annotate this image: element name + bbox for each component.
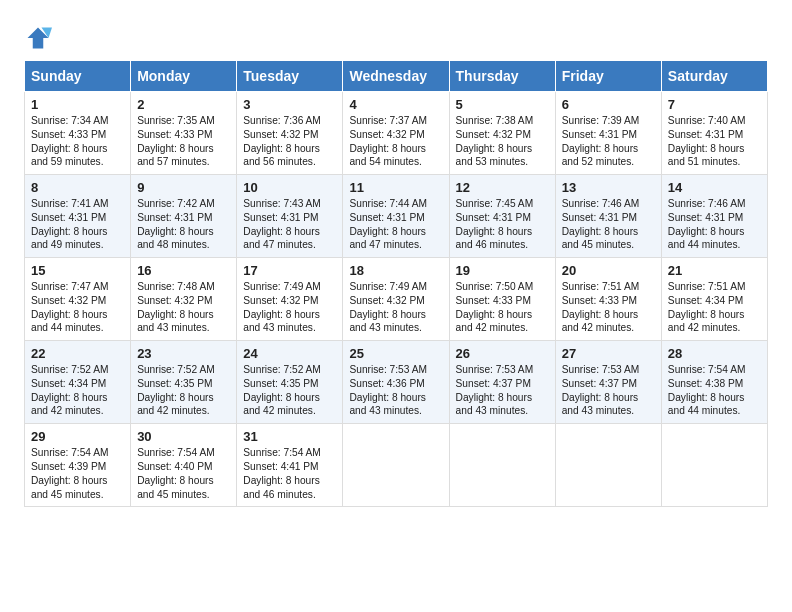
cell-text: Sunrise: 7:51 AMSunset: 4:33 PMDaylight:…	[562, 280, 655, 335]
cell-text: Sunrise: 7:49 AMSunset: 4:32 PMDaylight:…	[243, 280, 336, 335]
logo	[24, 24, 56, 52]
day-number: 20	[562, 263, 655, 278]
cell-text: Sunrise: 7:35 AMSunset: 4:33 PMDaylight:…	[137, 114, 230, 169]
calendar-cell: 29Sunrise: 7:54 AMSunset: 4:39 PMDayligh…	[25, 424, 131, 507]
cell-text: Sunrise: 7:37 AMSunset: 4:32 PMDaylight:…	[349, 114, 442, 169]
weekday-header: Sunday	[25, 61, 131, 92]
day-number: 3	[243, 97, 336, 112]
calendar-cell: 21Sunrise: 7:51 AMSunset: 4:34 PMDayligh…	[661, 258, 767, 341]
calendar-week-row: 8Sunrise: 7:41 AMSunset: 4:31 PMDaylight…	[25, 175, 768, 258]
cell-text: Sunrise: 7:42 AMSunset: 4:31 PMDaylight:…	[137, 197, 230, 252]
day-number: 26	[456, 346, 549, 361]
cell-text: Sunrise: 7:54 AMSunset: 4:38 PMDaylight:…	[668, 363, 761, 418]
day-number: 10	[243, 180, 336, 195]
calendar-cell: 15Sunrise: 7:47 AMSunset: 4:32 PMDayligh…	[25, 258, 131, 341]
cell-text: Sunrise: 7:54 AMSunset: 4:40 PMDaylight:…	[137, 446, 230, 501]
weekday-header: Saturday	[661, 61, 767, 92]
cell-text: Sunrise: 7:49 AMSunset: 4:32 PMDaylight:…	[349, 280, 442, 335]
cell-text: Sunrise: 7:52 AMSunset: 4:35 PMDaylight:…	[243, 363, 336, 418]
cell-text: Sunrise: 7:53 AMSunset: 4:37 PMDaylight:…	[562, 363, 655, 418]
cell-text: Sunrise: 7:48 AMSunset: 4:32 PMDaylight:…	[137, 280, 230, 335]
day-number: 4	[349, 97, 442, 112]
day-number: 9	[137, 180, 230, 195]
calendar-cell: 12Sunrise: 7:45 AMSunset: 4:31 PMDayligh…	[449, 175, 555, 258]
calendar-cell: 18Sunrise: 7:49 AMSunset: 4:32 PMDayligh…	[343, 258, 449, 341]
day-number: 18	[349, 263, 442, 278]
calendar-cell: 8Sunrise: 7:41 AMSunset: 4:31 PMDaylight…	[25, 175, 131, 258]
calendar-header: SundayMondayTuesdayWednesdayThursdayFrid…	[25, 61, 768, 92]
day-number: 11	[349, 180, 442, 195]
calendar-week-row: 15Sunrise: 7:47 AMSunset: 4:32 PMDayligh…	[25, 258, 768, 341]
cell-text: Sunrise: 7:44 AMSunset: 4:31 PMDaylight:…	[349, 197, 442, 252]
calendar-cell: 16Sunrise: 7:48 AMSunset: 4:32 PMDayligh…	[131, 258, 237, 341]
cell-text: Sunrise: 7:39 AMSunset: 4:31 PMDaylight:…	[562, 114, 655, 169]
day-number: 28	[668, 346, 761, 361]
day-number: 13	[562, 180, 655, 195]
logo-icon	[24, 24, 52, 52]
cell-text: Sunrise: 7:38 AMSunset: 4:32 PMDaylight:…	[456, 114, 549, 169]
cell-text: Sunrise: 7:50 AMSunset: 4:33 PMDaylight:…	[456, 280, 549, 335]
day-number: 31	[243, 429, 336, 444]
calendar-cell: 11Sunrise: 7:44 AMSunset: 4:31 PMDayligh…	[343, 175, 449, 258]
day-number: 7	[668, 97, 761, 112]
calendar-cell: 26Sunrise: 7:53 AMSunset: 4:37 PMDayligh…	[449, 341, 555, 424]
cell-text: Sunrise: 7:41 AMSunset: 4:31 PMDaylight:…	[31, 197, 124, 252]
calendar-cell: 2Sunrise: 7:35 AMSunset: 4:33 PMDaylight…	[131, 92, 237, 175]
day-number: 16	[137, 263, 230, 278]
calendar: SundayMondayTuesdayWednesdayThursdayFrid…	[24, 60, 768, 507]
day-number: 25	[349, 346, 442, 361]
weekday-header: Tuesday	[237, 61, 343, 92]
cell-text: Sunrise: 7:47 AMSunset: 4:32 PMDaylight:…	[31, 280, 124, 335]
day-number: 22	[31, 346, 124, 361]
calendar-cell	[661, 424, 767, 507]
cell-text: Sunrise: 7:53 AMSunset: 4:37 PMDaylight:…	[456, 363, 549, 418]
calendar-week-row: 29Sunrise: 7:54 AMSunset: 4:39 PMDayligh…	[25, 424, 768, 507]
day-number: 8	[31, 180, 124, 195]
cell-text: Sunrise: 7:40 AMSunset: 4:31 PMDaylight:…	[668, 114, 761, 169]
calendar-cell: 6Sunrise: 7:39 AMSunset: 4:31 PMDaylight…	[555, 92, 661, 175]
cell-text: Sunrise: 7:54 AMSunset: 4:39 PMDaylight:…	[31, 446, 124, 501]
calendar-cell: 31Sunrise: 7:54 AMSunset: 4:41 PMDayligh…	[237, 424, 343, 507]
day-number: 30	[137, 429, 230, 444]
cell-text: Sunrise: 7:54 AMSunset: 4:41 PMDaylight:…	[243, 446, 336, 501]
calendar-week-row: 22Sunrise: 7:52 AMSunset: 4:34 PMDayligh…	[25, 341, 768, 424]
day-number: 21	[668, 263, 761, 278]
calendar-cell: 24Sunrise: 7:52 AMSunset: 4:35 PMDayligh…	[237, 341, 343, 424]
day-number: 6	[562, 97, 655, 112]
weekday-row: SundayMondayTuesdayWednesdayThursdayFrid…	[25, 61, 768, 92]
day-number: 29	[31, 429, 124, 444]
cell-text: Sunrise: 7:43 AMSunset: 4:31 PMDaylight:…	[243, 197, 336, 252]
calendar-cell: 30Sunrise: 7:54 AMSunset: 4:40 PMDayligh…	[131, 424, 237, 507]
weekday-header: Monday	[131, 61, 237, 92]
calendar-cell: 3Sunrise: 7:36 AMSunset: 4:32 PMDaylight…	[237, 92, 343, 175]
calendar-week-row: 1Sunrise: 7:34 AMSunset: 4:33 PMDaylight…	[25, 92, 768, 175]
day-number: 24	[243, 346, 336, 361]
cell-text: Sunrise: 7:36 AMSunset: 4:32 PMDaylight:…	[243, 114, 336, 169]
calendar-cell: 1Sunrise: 7:34 AMSunset: 4:33 PMDaylight…	[25, 92, 131, 175]
cell-text: Sunrise: 7:52 AMSunset: 4:35 PMDaylight:…	[137, 363, 230, 418]
calendar-cell	[449, 424, 555, 507]
calendar-cell: 17Sunrise: 7:49 AMSunset: 4:32 PMDayligh…	[237, 258, 343, 341]
cell-text: Sunrise: 7:52 AMSunset: 4:34 PMDaylight:…	[31, 363, 124, 418]
day-number: 23	[137, 346, 230, 361]
day-number: 5	[456, 97, 549, 112]
calendar-cell: 19Sunrise: 7:50 AMSunset: 4:33 PMDayligh…	[449, 258, 555, 341]
calendar-cell	[555, 424, 661, 507]
cell-text: Sunrise: 7:53 AMSunset: 4:36 PMDaylight:…	[349, 363, 442, 418]
calendar-cell: 28Sunrise: 7:54 AMSunset: 4:38 PMDayligh…	[661, 341, 767, 424]
weekday-header: Wednesday	[343, 61, 449, 92]
day-number: 1	[31, 97, 124, 112]
calendar-cell: 9Sunrise: 7:42 AMSunset: 4:31 PMDaylight…	[131, 175, 237, 258]
calendar-body: 1Sunrise: 7:34 AMSunset: 4:33 PMDaylight…	[25, 92, 768, 507]
calendar-cell: 10Sunrise: 7:43 AMSunset: 4:31 PMDayligh…	[237, 175, 343, 258]
calendar-cell	[343, 424, 449, 507]
cell-text: Sunrise: 7:51 AMSunset: 4:34 PMDaylight:…	[668, 280, 761, 335]
calendar-cell: 7Sunrise: 7:40 AMSunset: 4:31 PMDaylight…	[661, 92, 767, 175]
calendar-cell: 13Sunrise: 7:46 AMSunset: 4:31 PMDayligh…	[555, 175, 661, 258]
calendar-cell: 20Sunrise: 7:51 AMSunset: 4:33 PMDayligh…	[555, 258, 661, 341]
cell-text: Sunrise: 7:34 AMSunset: 4:33 PMDaylight:…	[31, 114, 124, 169]
calendar-cell: 25Sunrise: 7:53 AMSunset: 4:36 PMDayligh…	[343, 341, 449, 424]
day-number: 14	[668, 180, 761, 195]
day-number: 27	[562, 346, 655, 361]
day-number: 15	[31, 263, 124, 278]
